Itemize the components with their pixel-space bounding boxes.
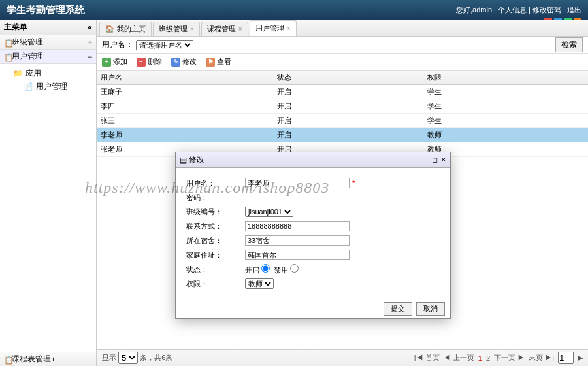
tab-user[interactable]: 用户管理× bbox=[250, 20, 297, 36]
collapse-icon[interactable]: − bbox=[88, 52, 92, 61]
header-links: 您好,admin | 个人信息 | 修改密码 | 退出 bbox=[456, 0, 581, 20]
label-username: 用户名： bbox=[186, 178, 245, 188]
app-title: 学生考勤管理系统 bbox=[7, 4, 85, 16]
table-row[interactable]: 张三开启学生 bbox=[97, 114, 588, 128]
username-input[interactable] bbox=[245, 178, 350, 188]
expand-icon[interactable]: + bbox=[88, 38, 92, 47]
flag-icon: ⚑ bbox=[206, 58, 215, 67]
pencil-icon: ✎ bbox=[171, 58, 180, 67]
page-2[interactable]: 2 bbox=[486, 354, 490, 362]
plus-icon: + bbox=[102, 58, 111, 67]
edit-dialog: ▤ 修改 ◻ ✕ 用户名：* 密码： 班级编号：jisuanji001 联系方式… bbox=[175, 152, 451, 319]
maximize-icon[interactable]: ◻ bbox=[432, 156, 438, 164]
status-off-radio[interactable] bbox=[290, 264, 299, 273]
label-dorm: 所在宿舍： bbox=[186, 236, 245, 246]
link-profile[interactable]: 个人信息 bbox=[498, 6, 527, 14]
page-size-select[interactable]: 5 bbox=[118, 352, 138, 364]
col-username[interactable]: 用户名 bbox=[97, 71, 273, 84]
table-row[interactable]: 李四开启学生 bbox=[97, 99, 588, 114]
sidebar-tree: 📁 应用 📄 用户管理 bbox=[0, 64, 96, 95]
label-role: 权限： bbox=[186, 279, 245, 289]
label-address: 家庭住址： bbox=[186, 250, 245, 260]
prev-page[interactable]: ◀ 上一页 bbox=[444, 353, 474, 363]
close-icon[interactable]: × bbox=[238, 25, 242, 33]
username-select[interactable]: 请选择用户名 bbox=[136, 40, 193, 50]
tree-folder[interactable]: 📁 应用 bbox=[13, 67, 96, 80]
collapse-icon[interactable]: « bbox=[88, 23, 92, 32]
close-icon[interactable]: × bbox=[190, 25, 194, 33]
class-select[interactable]: jisuanji001 bbox=[245, 207, 293, 217]
contact-input[interactable] bbox=[245, 221, 350, 231]
page-icon: 📄 bbox=[24, 82, 33, 91]
sidebar-item-user[interactable]: 📋 用户管理 − bbox=[0, 50, 96, 64]
close-icon[interactable]: × bbox=[287, 25, 291, 32]
dialog-title: 修改 bbox=[189, 154, 204, 165]
label-class: 班级编号： bbox=[186, 207, 245, 217]
goto-input[interactable] bbox=[558, 352, 574, 364]
tab-bar: 🏠我的主页 班级管理× 课程管理× 用户管理× bbox=[97, 20, 588, 37]
toolbar: +添加 −删除 ✎修改 ⚑查看 bbox=[97, 54, 588, 71]
label-contact: 联系方式： bbox=[186, 222, 245, 231]
col-status[interactable]: 状态 bbox=[273, 71, 423, 84]
sidebar-item-class[interactable]: 📋 班级管理 + bbox=[0, 35, 96, 50]
add-button[interactable]: +添加 bbox=[102, 57, 127, 67]
search-button[interactable]: 检索 bbox=[555, 37, 583, 52]
link-logout[interactable]: 退出 bbox=[567, 6, 581, 14]
home-icon: 🏠 bbox=[105, 25, 114, 33]
sidebar: 主菜单 « 📋 班级管理 + 📋 用户管理 − 📁 应用 📄 用户管理 📋 bbox=[0, 20, 97, 366]
view-button[interactable]: ⚑查看 bbox=[206, 57, 231, 67]
dialog-titlebar[interactable]: ▤ 修改 ◻ ✕ bbox=[176, 152, 450, 168]
cancel-button[interactable]: 取消 bbox=[416, 302, 445, 316]
dorm-input[interactable] bbox=[245, 235, 350, 246]
minus-icon: − bbox=[137, 58, 146, 67]
address-input[interactable] bbox=[245, 250, 350, 260]
first-page[interactable]: |◀ 首页 bbox=[414, 353, 440, 363]
next-page[interactable]: 下一页 ▶ bbox=[494, 353, 525, 363]
list-icon: 📋 bbox=[4, 356, 12, 363]
label-password: 密码： bbox=[186, 193, 245, 203]
goto-button[interactable]: ▶ bbox=[578, 354, 583, 362]
page-1[interactable]: 1 bbox=[478, 354, 482, 362]
close-icon[interactable]: ✕ bbox=[440, 156, 446, 164]
tree-leaf-user[interactable]: 📄 用户管理 bbox=[13, 80, 96, 93]
welcome-text: 您好,admin bbox=[456, 6, 492, 14]
folder-icon: 📁 bbox=[13, 69, 23, 78]
role-select[interactable]: 教师 bbox=[245, 278, 274, 289]
app-header: 学生考勤管理系统 您好,admin | 个人信息 | 修改密码 | 退出 bbox=[0, 0, 588, 20]
col-role[interactable]: 权限 bbox=[423, 71, 588, 84]
filter-bar: 用户名： 请选择用户名 检索 bbox=[97, 37, 588, 54]
delete-button[interactable]: −删除 bbox=[137, 57, 162, 67]
list-icon: 📋 bbox=[4, 39, 12, 46]
filter-label: 用户名： bbox=[102, 39, 133, 50]
table-row[interactable]: 王麻子开启学生 bbox=[97, 85, 588, 99]
label-status: 状态： bbox=[186, 265, 245, 274]
theme-bars bbox=[544, 18, 581, 20]
tab-home[interactable]: 🏠我的主页 bbox=[99, 22, 152, 36]
pager: 显示 5 条，共6条 |◀ 首页 ◀ 上一页 1 2 下一页 ▶ 末页 ▶| ▶ bbox=[97, 349, 588, 366]
submit-button[interactable]: 提交 bbox=[384, 302, 412, 316]
sidebar-title: 主菜单 « bbox=[0, 20, 96, 35]
sidebar-item-schedule[interactable]: 📋 课程表管理 + bbox=[0, 352, 96, 366]
list-icon: 📋 bbox=[4, 53, 12, 61]
edit-button[interactable]: ✎修改 bbox=[171, 57, 197, 67]
tab-course[interactable]: 课程管理× bbox=[201, 22, 248, 36]
tab-class[interactable]: 班级管理× bbox=[153, 22, 200, 36]
form-icon: ▤ bbox=[180, 156, 187, 165]
status-on-radio[interactable] bbox=[261, 264, 270, 273]
table-row[interactable]: 李老师开启教师 bbox=[97, 128, 588, 142]
expand-icon[interactable]: + bbox=[51, 355, 56, 364]
last-page[interactable]: 末页 ▶| bbox=[529, 353, 554, 363]
grid-header: 用户名 状态 权限 bbox=[97, 71, 588, 85]
link-password[interactable]: 修改密码 bbox=[532, 6, 561, 14]
required-icon: * bbox=[352, 179, 355, 187]
